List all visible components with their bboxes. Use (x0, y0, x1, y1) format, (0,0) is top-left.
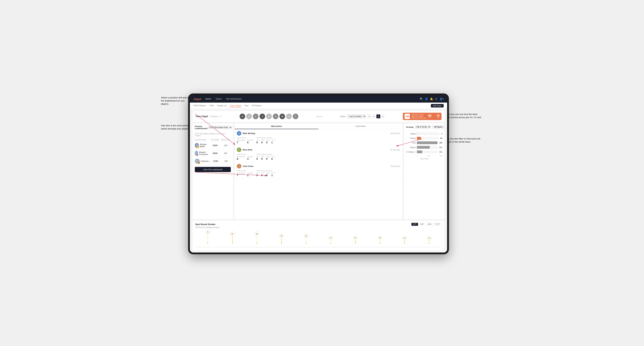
view-leaderboard-button[interactable]: View Full Leaderboard (195, 167, 231, 172)
player-card-name-3: Josh Coles (243, 165, 254, 167)
putt-stat-3: PUTT 1 (272, 172, 276, 177)
streak-btn-arg[interactable]: ARG (426, 223, 433, 226)
practice-stat-1: Practice 6 (247, 139, 253, 144)
streak-baseline (196, 247, 442, 247)
streak-btn-app[interactable]: APP (419, 223, 426, 226)
tournament-value-1: 7 (237, 141, 245, 144)
streak-btn-putt[interactable]: PUTT (434, 223, 442, 226)
streak-badge-8: 3x (402, 236, 407, 240)
streak-dot-8 (404, 243, 405, 244)
view-icons: ⊞ ☰ ⊟ ⇅ (367, 114, 385, 118)
scoring-panel: Scoring Par 3, 4 & 5s All Players Eagles (404, 124, 444, 219)
shot-number: 198 (404, 114, 410, 119)
ott-stat-3: OTT 0 (256, 172, 260, 177)
lb-score-1: 19/20 (210, 144, 220, 147)
player-card-name-2: Rees Britt (243, 149, 252, 151)
grid-view-icon[interactable]: ⊞ (367, 114, 371, 118)
lb-avatar-2: E 2 (195, 151, 198, 156)
lb-name-1: Richard Butler (200, 143, 210, 148)
rounds-values-3: Tournament 7 Practice 2 (237, 172, 253, 177)
lb-player-1: R ★ Richard Butler (195, 143, 210, 148)
arg-stat-2: ARG 0 (266, 156, 270, 160)
col-player: PLAYER NAME (195, 139, 210, 141)
streak-stem-3 (282, 238, 282, 242)
lb-score-2: 18/20 (210, 152, 220, 154)
chart-label: Bogeys (406, 147, 416, 148)
total-rounds-label-3: Total Rounds (237, 170, 253, 172)
subnav-hcaps[interactable]: Hcaps 1-5 (217, 104, 226, 107)
practice-value-1: 6 (247, 141, 253, 144)
streak-dot-5 (330, 243, 331, 244)
lb-player-3: C 3 Cameron... (195, 159, 210, 164)
nav-teams[interactable]: Teams (215, 97, 222, 100)
navbar-links: Home Teams My Performance (204, 97, 420, 100)
chart-value: 3 (441, 133, 442, 135)
streak-point-5: 4x (328, 230, 333, 244)
tournament-stat-2: Tournament 8 (237, 156, 245, 160)
bell-icon[interactable]: 🔔 (430, 98, 433, 100)
team-header: Team Clippd 14 Players ✏ R E C J B A M S… (193, 111, 444, 122)
sort-icon[interactable]: ⇅ (381, 114, 385, 118)
nav-my-performance[interactable]: My Performance (226, 97, 242, 100)
lb-avg-2: 107 (220, 152, 231, 154)
streak-dot-1 (232, 243, 233, 244)
player-card-avatar-1: B (237, 131, 241, 136)
show-select[interactable]: Last 3 months (347, 114, 366, 118)
list-view-icon[interactable]: ☰ (372, 114, 376, 118)
avatar-8: S (286, 114, 292, 119)
subnav-pgat[interactable]: PGAT Players (194, 104, 206, 107)
annotation-1: Select a practice drill and see the lead… (161, 96, 192, 106)
leaderboard-select[interactable]: PUTT Must Make Putting... (208, 126, 232, 129)
player-card-date-3: 26 Aug 2023 (390, 165, 400, 167)
streak-stem-4 (306, 238, 306, 242)
player-stats-3: Total Rounds Tournament 7 Practice (237, 170, 400, 177)
scoring-filter-1[interactable]: Par 3, 4 & 5s (415, 125, 431, 129)
settings-icon[interactable]: ⚙ (435, 98, 437, 100)
player-card-info-2: R Rees Britt (237, 148, 252, 152)
edit-icon[interactable]: ✏ (220, 115, 222, 118)
practice-label-1: Practice (247, 139, 253, 141)
subnav-pga[interactable]: PGA (210, 104, 214, 107)
streak-point-1: 6x (230, 230, 235, 244)
add-team-button[interactable]: Add Team (431, 104, 444, 107)
leaderboard-subtitle: PUTT Must Make Putting (3-6 ft), Last 3 … (193, 131, 233, 138)
streak-btn-ott[interactable]: OTT (412, 223, 418, 226)
chart-bar-container (417, 132, 440, 135)
scoring-title: Scoring (406, 126, 413, 128)
leaderboard-header: Practice Leaderboards PUTT Must Make Put… (193, 124, 233, 131)
subnav-all-players[interactable]: All Players (252, 104, 262, 107)
nav-home[interactable]: Home (204, 97, 212, 100)
streak-dot-4 (306, 243, 307, 244)
active-toggle: Most Active Least Active (235, 124, 402, 129)
scoring-filter-2[interactable]: All Players (432, 125, 444, 129)
annotation-text-2: See who is the most and least active amo… (161, 124, 191, 130)
least-active-tab[interactable]: Least Active (318, 124, 402, 129)
avatar-6: A (273, 114, 278, 119)
search-icon[interactable]: 🔍 (420, 98, 423, 100)
navbar-icons: 🔍 👤 🔔 ⚙ 👤▾ (420, 98, 444, 100)
streak-stem-7 (380, 240, 380, 242)
avatar-5: B (266, 114, 272, 119)
streak-badge-3: 5x (279, 234, 284, 238)
players-sub-label: Players (316, 116, 322, 117)
streak-badge-1: 6x (230, 231, 235, 236)
col-score: PB SCORE (210, 139, 220, 141)
chart-row-birdies: Birdies 96 (406, 137, 442, 140)
app-stat-3: APP 0 (261, 172, 264, 177)
lb-badge-gold: ★ (197, 146, 199, 148)
streak-stem-0 (208, 234, 208, 242)
person-icon[interactable]: 👤 (425, 98, 428, 100)
scoring-header: Scoring Par 3, 4 & 5s All Players (404, 124, 444, 131)
player-card-date-2: 02 Sep 2023 (390, 149, 400, 151)
subnav-tour[interactable]: Tour (244, 104, 248, 107)
practice-activities-label-3: Total Practice Activities (256, 170, 276, 172)
lb-name-3: Cameron... (201, 160, 210, 162)
chart-bar-container (417, 141, 438, 144)
card-view-icon[interactable]: ⊟ (376, 114, 380, 118)
user-avatar[interactable]: 👤▾ (440, 98, 444, 100)
most-active-tab[interactable]: Most Active (235, 124, 318, 129)
subnav-team-clippd[interactable]: Team Clippd (230, 104, 241, 107)
total-rounds-group-3: Total Rounds Tournament 7 Practice (237, 170, 253, 177)
streak-badge-0: 7x (206, 230, 210, 234)
lb-row-1: R ★ Richard Butler 19/20 110 (193, 142, 233, 149)
